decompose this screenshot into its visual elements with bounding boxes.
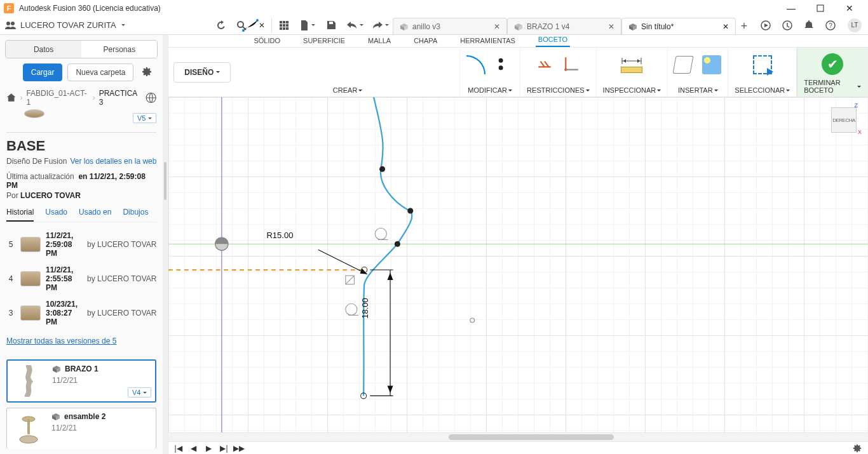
group-label[interactable]: CREAR: [333, 85, 363, 95]
fillet-tool[interactable]: [466, 55, 485, 74]
thumbnail-icon: [20, 271, 41, 286]
dimension-height[interactable]: 18.00: [360, 298, 370, 319]
group-finish-sketch: ✔ TERMINAR BOCETO: [797, 48, 868, 97]
history-row[interactable]: 3 10/23/21, 3:08:27 PM by LUCERO TOVAR: [6, 296, 156, 330]
group-inspect: INSPECCIONAR: [597, 48, 668, 97]
asset-name-row: ensamble 2: [51, 412, 105, 421]
insert-derive-tool[interactable]: [673, 56, 694, 74]
tab-used[interactable]: Usado: [45, 208, 67, 222]
group-label[interactable]: SELECCIONAR: [735, 85, 790, 95]
version-number: 3: [6, 309, 15, 317]
tab-data[interactable]: Datos: [6, 41, 81, 58]
canvas[interactable]: R15.00 18.00 Z DERECHA X |◀ ◀ ▶ ▶| ▶▶: [168, 97, 868, 454]
view-cube-face[interactable]: DERECHA: [831, 107, 857, 133]
upload-button[interactable]: Cargar: [23, 63, 63, 81]
maximize-button[interactable]: [806, 0, 835, 16]
timeline-settings-icon[interactable]: [853, 444, 862, 453]
horizontal-constraint-tool[interactable]: [536, 56, 553, 74]
version-dropdown[interactable]: V4: [128, 387, 151, 397]
help-icon[interactable]: ?: [824, 18, 837, 32]
notifications-icon[interactable]: [802, 18, 816, 32]
horizontal-scrollbar[interactable]: [168, 432, 868, 441]
component-icon: [51, 413, 60, 420]
home-icon[interactable]: [6, 93, 16, 103]
tab-drawings[interactable]: Dibujos: [123, 208, 148, 222]
timeline-start-button[interactable]: |◀: [173, 444, 182, 453]
item-details: BASE Diseño De Fusion Ver los detalles e…: [6, 132, 156, 354]
tab-people[interactable]: Personas: [81, 41, 157, 58]
version-label: V5: [137, 114, 146, 122]
people-icon: [5, 21, 17, 30]
timeline-prev-button[interactable]: ◀: [189, 444, 198, 453]
refresh-button[interactable]: [214, 18, 228, 32]
thumbnail-icon: [20, 305, 41, 321]
asset-card-brazo[interactable]: BRAZO 1 11/2/21 V4: [6, 359, 156, 403]
extensions-icon[interactable]: [759, 18, 773, 32]
history-date: 11/2/21, 2:59:08 PM: [46, 231, 82, 258]
new-tab-button[interactable]: +: [736, 18, 752, 34]
team-dropdown[interactable]: LUCERO TOVAR ZURITA: [5, 20, 125, 30]
crumb-folder[interactable]: PRACTICA 3: [99, 89, 142, 107]
doc-tab-untitled[interactable]: Sin título* ✕: [621, 18, 736, 34]
tab-close-icon[interactable]: ✕: [722, 22, 729, 31]
history-row[interactable]: 4 11/2/21, 2:55:58 PM by LUCERO TOVAR: [6, 262, 156, 296]
window-controls: — ✕: [776, 0, 864, 16]
finish-sketch-button[interactable]: ✔: [822, 53, 843, 75]
tab-label: Sin título*: [641, 22, 674, 31]
thumbnail-icon: [20, 237, 41, 252]
version-dropdown[interactable]: V5: [133, 113, 156, 123]
measure-tool[interactable]: [621, 57, 642, 73]
trim-tool[interactable]: [496, 55, 513, 75]
chevron-down-icon: [358, 90, 362, 91]
timeline-next-button[interactable]: ▶|: [219, 444, 228, 453]
crumb-project[interactable]: FABDIG_01-ACT-1: [26, 89, 88, 107]
settings-icon[interactable]: [139, 63, 155, 80]
view-cube[interactable]: Z DERECHA X: [829, 103, 860, 135]
tab-close-icon[interactable]: ✕: [494, 22, 500, 31]
doc-tab-brazo[interactable]: BRAZO 1 v4 ✕: [507, 18, 621, 34]
panel-resize-handle[interactable]: [163, 35, 168, 454]
chevron-right-icon: ›: [20, 93, 22, 102]
svg-point-24: [256, 19, 259, 22]
group-label[interactable]: INSERTAR: [678, 85, 718, 95]
job-status-icon[interactable]: [780, 18, 794, 32]
ribbon-tab-sketch[interactable]: BOCETO: [536, 34, 570, 47]
asset-card-ensamble[interactable]: ensamble 2 11/2/21: [6, 408, 156, 449]
group-label[interactable]: RESTRICCIONES: [527, 85, 589, 95]
insert-image-tool[interactable]: [702, 55, 721, 74]
tab-used-in[interactable]: Usado en: [79, 208, 111, 222]
new-folder-button[interactable]: Nueva carpeta: [67, 63, 133, 81]
timeline-play-button[interactable]: ▶: [204, 444, 213, 453]
ribbon-tab-tools[interactable]: HERRAMIENTAS: [458, 36, 518, 47]
breadcrumb: › FABDIG_01-ACT-1 › PRACTICA 3: [0, 85, 163, 110]
open-on-web-link[interactable]: Ver los detalles en la web: [70, 157, 156, 166]
timeline-end-button[interactable]: ▶▶: [234, 444, 243, 453]
document-tabs: anillo v3 ✕ BRAZO 1 v4 ✕ Sin título* ✕ +: [393, 16, 752, 34]
history-date: 10/23/21, 3:08:27 PM: [46, 300, 82, 326]
group-label[interactable]: TERMINAR BOCETO: [804, 77, 861, 95]
history-date: 11/2/21, 2:55:58 PM: [46, 265, 82, 292]
group-label[interactable]: MODIFICAR: [468, 85, 512, 95]
coincident-constraint-tool[interactable]: [563, 56, 580, 74]
svg-rect-21: [27, 419, 30, 434]
tab-close-icon[interactable]: ✕: [608, 22, 614, 31]
chevron-down-icon: [857, 86, 861, 88]
svg-point-42: [346, 304, 357, 315]
svg-point-23: [242, 29, 245, 32]
globe-icon[interactable]: [146, 92, 156, 103]
updated-by: Por LUCERO TOVAR: [6, 191, 156, 200]
select-tool[interactable]: [753, 55, 772, 74]
history-list: 5 11/2/21, 2:59:08 PM by LUCERO TOVAR 4 …: [6, 227, 156, 330]
minimize-button[interactable]: —: [776, 0, 806, 16]
group-insert: INSERTAR: [668, 48, 728, 97]
tab-history[interactable]: Historial: [6, 208, 34, 222]
history-author: by LUCERO TOVAR: [87, 274, 156, 283]
workspace-select[interactable]: DISEÑO: [173, 62, 231, 83]
dimension-radius[interactable]: R15.00: [266, 230, 293, 240]
group-label[interactable]: INSPECCIONAR: [603, 85, 661, 95]
history-row[interactable]: 5 11/2/21, 2:59:08 PM by LUCERO TOVAR: [6, 227, 156, 262]
close-window-button[interactable]: ✕: [835, 0, 864, 16]
user-avatar[interactable]: LT: [848, 18, 862, 32]
show-all-versions-link[interactable]: Mostrar todas las versiones de 5: [6, 337, 156, 345]
ribbon: DISEÑO CREAR MODIFICAR: [168, 48, 868, 97]
